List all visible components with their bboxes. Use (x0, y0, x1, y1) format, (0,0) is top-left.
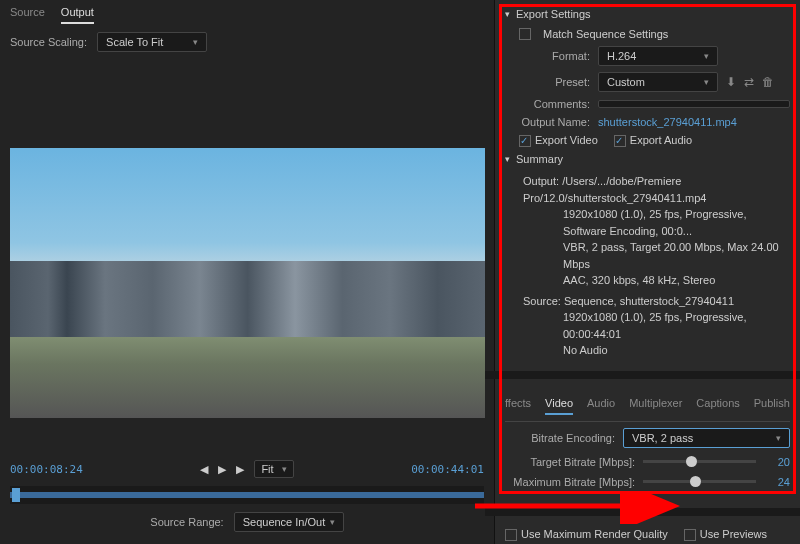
import-preset-icon[interactable]: ⇄ (744, 75, 754, 89)
timeline-track[interactable] (10, 486, 484, 504)
export-audio-label: Export Audio (630, 134, 692, 146)
comments-label: Comments: (505, 98, 590, 110)
tab-source[interactable]: Source (10, 6, 45, 24)
export-video-checkbox[interactable] (519, 135, 531, 147)
tab-multiplexer[interactable]: Multiplexer (629, 397, 682, 415)
max-bitrate-label: Maximum Bitrate [Mbps]: (505, 476, 635, 488)
max-render-quality-label: Use Maximum Render Quality (521, 528, 668, 540)
preview-tabs: Source Output (0, 0, 494, 26)
max-bitrate-value[interactable]: 24 (764, 476, 790, 488)
chevron-down-icon: ▾ (330, 517, 335, 527)
summary-text: Output: /Users/.../dobe/Premiere Pro/12.… (505, 173, 790, 359)
tab-publish[interactable]: Publish (754, 397, 790, 415)
zoom-fit-dropdown[interactable]: Fit▾ (254, 460, 293, 478)
source-scaling-dropdown[interactable]: Scale To Fit▾ (97, 32, 207, 52)
timecode-out[interactable]: 00:00:44:01 (411, 463, 484, 476)
output-name-label: Output Name: (505, 116, 590, 128)
chevron-down-icon: ▾ (704, 51, 709, 61)
format-label: Format: (505, 50, 590, 62)
save-preset-icon[interactable]: ⬇ (726, 75, 736, 89)
tab-output[interactable]: Output (61, 6, 94, 24)
max-bitrate-slider[interactable] (643, 480, 756, 483)
step-back-icon[interactable]: ◀ (200, 463, 208, 476)
max-render-quality-checkbox[interactable] (505, 529, 517, 541)
play-icon[interactable]: ▶ (218, 463, 226, 476)
preset-label: Preset: (505, 76, 590, 88)
source-range-label: Source Range: (150, 516, 223, 528)
delete-preset-icon[interactable]: 🗑 (762, 75, 774, 89)
target-bitrate-value[interactable]: 20 (764, 456, 790, 468)
target-bitrate-slider[interactable] (643, 460, 756, 463)
step-forward-icon[interactable]: ▶ (236, 463, 244, 476)
encoding-tabs: ffects Video Audio Multiplexer Captions … (505, 391, 790, 422)
export-settings-header[interactable]: ▾ Export Settings (505, 8, 790, 20)
target-bitrate-label: Target Bitrate [Mbps]: (505, 456, 635, 468)
export-settings-panel: ▾ Export Settings Match Sequence Setting… (495, 0, 800, 544)
caret-down-icon: ▾ (505, 154, 510, 164)
tab-audio[interactable]: Audio (587, 397, 615, 415)
bitrate-encoding-dropdown[interactable]: VBR, 2 pass▾ (623, 428, 790, 448)
use-previews-label: Use Previews (700, 528, 767, 540)
playhead[interactable] (12, 488, 20, 502)
preset-dropdown[interactable]: Custom▾ (598, 72, 718, 92)
tab-video[interactable]: Video (545, 397, 573, 415)
summary-header[interactable]: ▾ Summary (505, 153, 790, 165)
tab-effects[interactable]: ffects (505, 397, 531, 415)
match-sequence-checkbox[interactable] (519, 28, 531, 40)
output-name-link[interactable]: shutterstock_27940411.mp4 (598, 116, 737, 128)
format-dropdown[interactable]: H.264▾ (598, 46, 718, 66)
use-previews-checkbox[interactable] (684, 529, 696, 541)
chevron-down-icon: ▾ (776, 433, 781, 443)
tab-captions[interactable]: Captions (696, 397, 739, 415)
caret-down-icon: ▾ (505, 9, 510, 19)
chevron-down-icon: ▾ (282, 464, 287, 474)
chevron-down-icon: ▾ (704, 77, 709, 87)
chevron-down-icon: ▾ (193, 37, 198, 47)
bitrate-encoding-label: Bitrate Encoding: (505, 432, 615, 444)
source-scaling-label: Source Scaling: (10, 36, 87, 48)
comments-input[interactable] (598, 100, 790, 108)
video-preview (10, 148, 485, 418)
export-audio-checkbox[interactable] (614, 135, 626, 147)
source-range-dropdown[interactable]: Sequence In/Out▾ (234, 512, 344, 532)
timeline-area: 00:00:08:24 ◀ ▶ ▶ Fit▾ 00:00:44:01 Sourc… (0, 448, 494, 544)
timecode-in[interactable]: 00:00:08:24 (10, 463, 83, 476)
preview-panel: Source Output Source Scaling: Scale To F… (0, 0, 495, 544)
match-sequence-label: Match Sequence Settings (543, 28, 668, 40)
export-video-label: Export Video (535, 134, 598, 146)
